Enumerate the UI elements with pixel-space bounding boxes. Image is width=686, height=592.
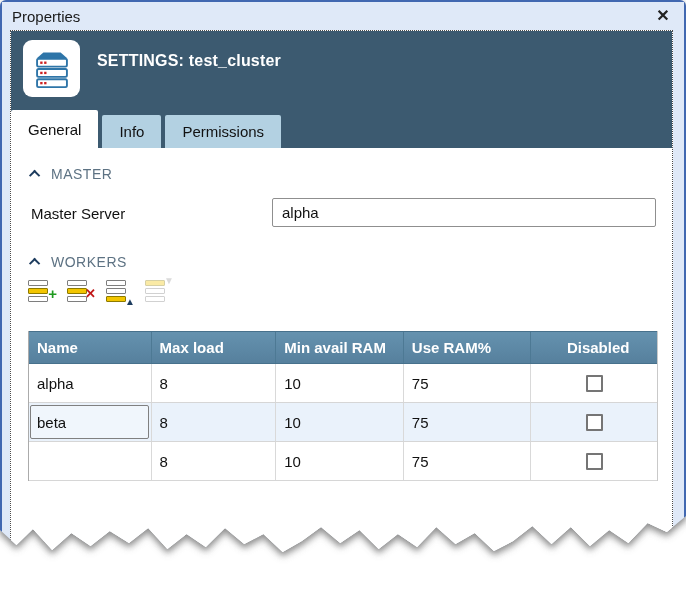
- plus-icon: +: [48, 286, 57, 301]
- tab-permissions[interactable]: Permissions: [165, 115, 281, 148]
- general-tab-panel: MASTER Master Server WORKERS +: [11, 148, 672, 561]
- cell-min-avail-ram[interactable]: 10: [275, 364, 403, 402]
- cell-max-load[interactable]: 8: [151, 403, 276, 441]
- column-header-max-load[interactable]: Max load: [151, 332, 276, 363]
- cell-use-ram[interactable]: 75: [403, 364, 531, 402]
- tab-bar: General Info Permissions: [11, 110, 672, 148]
- properties-window: Properties ✕: [0, 0, 686, 560]
- move-row-up-button[interactable]: ▲: [104, 278, 136, 308]
- dialog-content: SETTINGS: test_cluster General Info Perm…: [10, 30, 673, 560]
- table-row[interactable]: alpha 8 10 75: [29, 364, 657, 403]
- cell-use-ram[interactable]: 75: [403, 442, 531, 480]
- window-title: Properties: [12, 8, 80, 25]
- table-header-row: Name Max load Min avail RAM Use RAM% Dis…: [29, 331, 657, 364]
- cell-disabled: [530, 364, 657, 402]
- cell-name[interactable]: alpha: [29, 364, 151, 402]
- workers-section-toggle[interactable]: WORKERS: [32, 254, 127, 270]
- cell-max-load[interactable]: 8: [151, 442, 276, 480]
- disabled-checkbox[interactable]: [586, 375, 603, 392]
- cell-use-ram[interactable]: 75: [403, 403, 531, 441]
- table-row[interactable]: beta 8 10 75: [29, 403, 657, 442]
- cell-name-editing[interactable]: beta: [29, 403, 151, 441]
- cell-name[interactable]: [29, 442, 151, 480]
- window-titlebar: Properties ✕: [2, 2, 684, 30]
- tab-general[interactable]: General: [11, 110, 98, 148]
- delete-row-button[interactable]: ✕: [65, 278, 97, 308]
- delete-x-icon: ✕: [85, 287, 96, 300]
- move-row-down-button: ▼: [143, 278, 175, 308]
- cell-disabled: [530, 442, 657, 480]
- collapse-chevron-icon: [29, 258, 40, 269]
- server-icon: [23, 40, 80, 97]
- row-stack-icon: [67, 280, 87, 302]
- workers-toolbar: + ✕ ▲: [26, 278, 175, 308]
- add-row-button[interactable]: +: [26, 278, 58, 308]
- settings-title: SETTINGS: test_cluster: [97, 52, 281, 70]
- master-server-input[interactable]: [272, 198, 656, 227]
- column-header-name[interactable]: Name: [29, 332, 151, 363]
- arrow-up-icon: ▲: [125, 297, 135, 307]
- column-header-min-avail-ram[interactable]: Min avail RAM: [275, 332, 403, 363]
- master-section-toggle[interactable]: MASTER: [32, 166, 112, 182]
- master-section-label: MASTER: [51, 166, 112, 182]
- server-icon-svg: [30, 47, 74, 91]
- cell-max-load[interactable]: 8: [151, 364, 276, 402]
- table-row[interactable]: 8 10 75: [29, 442, 657, 481]
- collapse-chevron-icon: [29, 170, 40, 181]
- cell-min-avail-ram[interactable]: 10: [275, 403, 403, 441]
- tab-info[interactable]: Info: [102, 115, 161, 148]
- workers-section-label: WORKERS: [51, 254, 127, 270]
- row-stack-icon: [145, 280, 165, 302]
- row-stack-icon: [106, 280, 126, 302]
- row-stack-icon: [28, 280, 48, 302]
- torn-paper-wrapper: Properties ✕: [0, 0, 686, 560]
- column-header-disabled[interactable]: Disabled: [530, 332, 657, 363]
- disabled-checkbox[interactable]: [586, 414, 603, 431]
- disabled-checkbox[interactable]: [586, 453, 603, 470]
- cell-disabled: [530, 403, 657, 441]
- settings-header: SETTINGS: test_cluster General Info Perm…: [11, 31, 672, 148]
- close-icon[interactable]: ✕: [652, 6, 674, 26]
- cell-min-avail-ram[interactable]: 10: [275, 442, 403, 480]
- workers-table: Name Max load Min avail RAM Use RAM% Dis…: [28, 331, 658, 481]
- master-server-label: Master Server: [31, 205, 125, 222]
- arrow-down-icon: ▼: [164, 276, 174, 286]
- column-header-use-ram[interactable]: Use RAM%: [403, 332, 531, 363]
- inline-cell-editor[interactable]: beta: [30, 405, 149, 439]
